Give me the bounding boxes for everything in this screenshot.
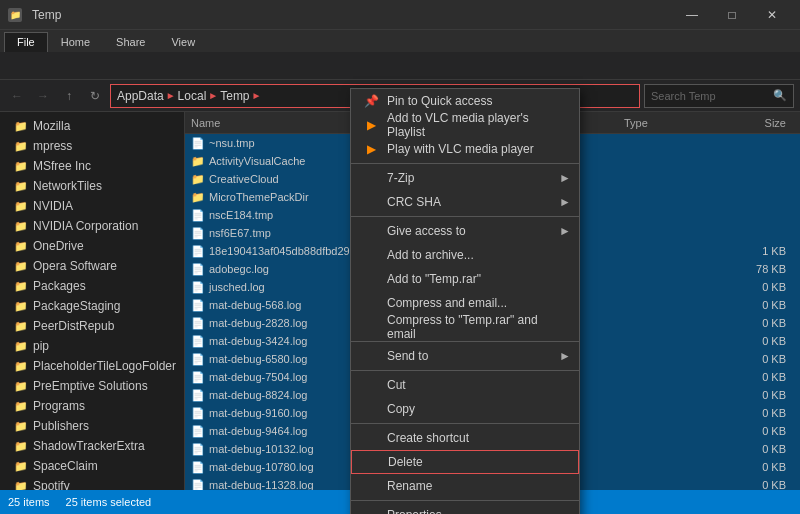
sidebar-item-label: mpress <box>33 139 72 153</box>
file-size: 0 KB <box>734 443 794 455</box>
context-menu-item[interactable]: Give access to► <box>351 219 579 243</box>
context-menu-item[interactable]: Create shortcut <box>351 426 579 450</box>
sidebar-item-label: ShadowTrackerExtra <box>33 439 145 453</box>
forward-button[interactable]: → <box>32 85 54 107</box>
context-menu-item[interactable]: CRC SHA► <box>351 190 579 214</box>
context-menu: 📌Pin to Quick access▶Add to VLC media pl… <box>350 88 580 514</box>
sidebar-item[interactable]: 📁NVIDIA Corporation <box>0 216 184 236</box>
vlc-icon: ▶ <box>363 119 379 132</box>
sidebar-item[interactable]: 📁SpaceClaim <box>0 456 184 476</box>
submenu-arrow-icon: ► <box>559 349 571 363</box>
context-menu-label: Give access to <box>387 224 567 238</box>
sidebar-item[interactable]: 📁MSfree Inc <box>0 156 184 176</box>
folder-icon: 📁 <box>14 140 28 153</box>
context-menu-item[interactable]: Add to archive... <box>351 243 579 267</box>
file-size: 0 KB <box>734 425 794 437</box>
tab-file[interactable]: File <box>4 32 48 52</box>
context-menu-separator <box>351 370 579 371</box>
context-menu-item[interactable]: Delete <box>351 450 579 474</box>
sidebar-item[interactable]: 📁PlaceholderTileLogoFolder <box>0 356 184 376</box>
file-icon: 📄 <box>191 407 205 419</box>
sidebar-item[interactable]: 📁NetworkTiles <box>0 176 184 196</box>
folder-icon: 📁 <box>14 400 28 413</box>
folder-icon: 📁 <box>14 440 28 453</box>
menu-icon: 📌 <box>363 94 379 108</box>
context-menu-label: Copy <box>387 402 567 416</box>
search-box[interactable]: Search Temp 🔍 <box>644 84 794 108</box>
sidebar-item-label: PreEmptive Solutions <box>33 379 148 393</box>
context-menu-item[interactable]: Add to "Temp.rar" <box>351 267 579 291</box>
minimize-button[interactable]: — <box>672 0 712 30</box>
context-menu-label: Play with VLC media player <box>387 142 567 156</box>
folder-icon: 📁 <box>191 155 205 167</box>
sidebar-item-label: PlaceholderTileLogoFolder <box>33 359 176 373</box>
folder-icon: 📁 <box>14 220 28 233</box>
back-button[interactable]: ← <box>6 85 28 107</box>
sidebar-item[interactable]: 📁NVIDIA <box>0 196 184 216</box>
folder-icon: 📁 <box>14 200 28 213</box>
sidebar-item-label: Mozilla <box>33 119 70 133</box>
refresh-button[interactable]: ↻ <box>84 85 106 107</box>
sidebar-item[interactable]: 📁PeerDistRepub <box>0 316 184 336</box>
sidebar-item[interactable]: 📁Mozilla <box>0 116 184 136</box>
window-controls: — □ ✕ <box>672 0 792 30</box>
context-menu-item[interactable]: Compress and email... <box>351 291 579 315</box>
sidebar-item[interactable]: 📁PreEmptive Solutions <box>0 376 184 396</box>
context-menu-label: Pin to Quick access <box>387 94 567 108</box>
breadcrumb-part-1[interactable]: AppData <box>117 89 164 103</box>
context-menu-item[interactable]: Rename <box>351 474 579 498</box>
file-icon: 📄 <box>191 281 205 293</box>
file-size: 0 KB <box>734 299 794 311</box>
sidebar-item-label: NetworkTiles <box>33 179 102 193</box>
tab-home[interactable]: Home <box>48 32 103 52</box>
tab-share[interactable]: Share <box>103 32 158 52</box>
up-button[interactable]: ↑ <box>58 85 80 107</box>
file-icon: 📄 <box>191 371 205 383</box>
breadcrumb-part-3[interactable]: Temp <box>220 89 249 103</box>
context-menu-label: Compress to "Temp.rar" and email <box>387 313 567 341</box>
folder-icon: 📁 <box>14 120 28 133</box>
sidebar-item[interactable]: 📁ShadowTrackerExtra <box>0 436 184 456</box>
folder-icon: 📁 <box>14 420 28 433</box>
folder-icon: 📁 <box>14 480 28 491</box>
sidebar-item[interactable]: 📁Spotify <box>0 476 184 490</box>
sidebar-item[interactable]: 📁pip <box>0 336 184 356</box>
sidebar-item[interactable]: 📁PackageStaging <box>0 296 184 316</box>
context-menu-item[interactable]: Send to► <box>351 344 579 368</box>
context-menu-item[interactable]: Cut <box>351 373 579 397</box>
search-icon: 🔍 <box>773 89 787 102</box>
context-menu-item[interactable]: ▶Add to VLC media player's Playlist <box>351 113 579 137</box>
selected-count: 25 items selected <box>66 496 152 508</box>
sidebar-item-label: PeerDistRepub <box>33 319 114 333</box>
search-placeholder: Search Temp <box>651 90 716 102</box>
context-menu-label: CRC SHA <box>387 195 567 209</box>
file-icon: 📄 <box>191 461 205 473</box>
sidebar-item[interactable]: 📁Packages <box>0 276 184 296</box>
close-button[interactable]: ✕ <box>752 0 792 30</box>
folder-icon: 📁 <box>14 320 28 333</box>
context-menu-item[interactable]: 📌Pin to Quick access <box>351 89 579 113</box>
sidebar-item-label: NVIDIA <box>33 199 73 213</box>
sidebar-item[interactable]: 📁mpress <box>0 136 184 156</box>
context-menu-separator <box>351 500 579 501</box>
sidebar-item[interactable]: 📁Programs <box>0 396 184 416</box>
context-menu-item[interactable]: Compress to "Temp.rar" and email <box>351 315 579 339</box>
file-icon: 📄 <box>191 263 205 275</box>
breadcrumb-part-2[interactable]: Local <box>178 89 207 103</box>
file-icon: 📄 <box>191 353 205 365</box>
context-menu-item[interactable]: 7-Zip► <box>351 166 579 190</box>
tab-view[interactable]: View <box>158 32 208 52</box>
file-size: 78 KB <box>734 263 794 275</box>
context-menu-item[interactable]: Properties <box>351 503 579 514</box>
context-menu-label: Properties <box>387 508 567 514</box>
context-menu-label: Send to <box>387 349 567 363</box>
file-icon: 📄 <box>191 479 205 491</box>
file-icon: 📄 <box>191 443 205 455</box>
maximize-button[interactable]: □ <box>712 0 752 30</box>
context-menu-item[interactable]: Copy <box>351 397 579 421</box>
context-menu-item[interactable]: ▶Play with VLC media player <box>351 137 579 161</box>
sidebar-item[interactable]: 📁OneDrive <box>0 236 184 256</box>
sidebar-item[interactable]: 📁Opera Software <box>0 256 184 276</box>
file-icon: 📄 <box>191 299 205 311</box>
sidebar-item[interactable]: 📁Publishers <box>0 416 184 436</box>
